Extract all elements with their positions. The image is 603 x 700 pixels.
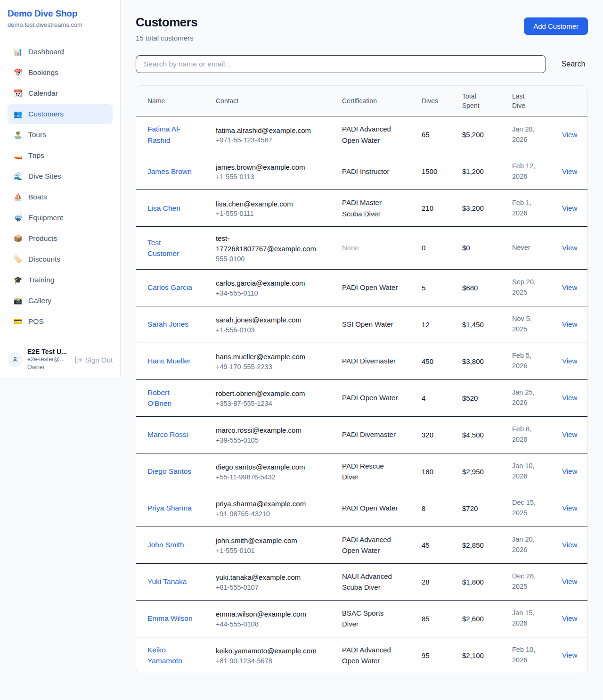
customer-name-link[interactable]: Robert O'Brien	[147, 387, 193, 409]
view-customer-link[interactable]: View	[562, 283, 577, 291]
nav-item-label: Discounts	[28, 255, 60, 264]
customer-name-link[interactable]: Fatima Al-Rashid	[147, 124, 193, 146]
table-row: Yuki Tanaka yuki.tanaka@example.com +81-…	[136, 563, 587, 600]
last-dive-date: Dec 15, 2025	[512, 498, 541, 519]
nav-icon: 🎓	[13, 276, 23, 284]
page-title: Customers	[136, 15, 197, 30]
customer-name-link[interactable]: Test Customer	[147, 237, 193, 259]
sidebar-nav-item[interactable]: 👥 Customers	[8, 104, 113, 124]
total-customers-count: 15 total customers	[136, 34, 197, 42]
brand-title[interactable]: Demo Dive Shop	[8, 8, 113, 19]
table-row: Carlos Garcia carlos.garcia@example.com …	[136, 269, 587, 306]
contact-cell: carlos.garcia@example.com +34-555-0110	[216, 278, 342, 297]
dives-count: 0	[422, 244, 462, 252]
column-header-total-spent: Total Spent	[462, 91, 487, 111]
sign-out-icon	[74, 356, 82, 364]
view-customer-link[interactable]: View	[562, 357, 577, 365]
dives-count: 5	[422, 284, 462, 292]
last-dive-date: Feb 10, 2026	[512, 645, 541, 666]
sidebar-nav-item[interactable]: 📸 Gallery	[8, 291, 113, 311]
total-spent-value: $3,800	[462, 357, 512, 365]
contact-cell: john.smith@example.com +1-555-0101	[216, 535, 342, 554]
customer-name-link[interactable]: Emma Wilson	[147, 613, 193, 624]
sidebar-nav-item[interactable]: 🏝️ Tours	[8, 125, 113, 145]
customer-name-link[interactable]: Yuki Tanaka	[147, 576, 187, 587]
view-customer-link[interactable]: View	[562, 430, 577, 438]
certification-value: PADI Divemaster	[342, 429, 396, 440]
customer-name-link[interactable]: Marco Rossi	[147, 429, 188, 440]
search-button[interactable]: Search	[559, 60, 588, 68]
nav-item-label: Equipment	[28, 214, 63, 222]
sidebar-nav-item[interactable]: 📊 Dashboard	[8, 42, 113, 62]
sidebar-nav-item[interactable]: 🌊 Dive Sites	[8, 166, 113, 186]
customer-name-link[interactable]: Sarah Jones	[147, 319, 188, 329]
sidebar-nav-item[interactable]: 💳 POS	[8, 312, 113, 331]
add-customer-button[interactable]: Add Customer	[524, 17, 588, 35]
view-customer-link[interactable]: View	[562, 614, 577, 622]
customer-name-link[interactable]: Priya Sharma	[147, 502, 192, 513]
total-spent-value: $2,950	[462, 468, 512, 476]
sidebar-nav-item[interactable]: 📦 Products	[8, 229, 113, 248]
view-customer-link[interactable]: View	[562, 541, 577, 549]
sign-out-label: Sign Out	[85, 356, 113, 364]
customer-phone: +971-55-123-4567	[216, 136, 342, 144]
sidebar-nav-item[interactable]: 🎓 Training	[8, 270, 113, 290]
view-customer-link[interactable]: View	[562, 651, 577, 659]
sidebar-nav-item[interactable]: 🏷️ Discounts	[8, 249, 113, 269]
dives-count: 12	[422, 321, 462, 329]
dives-count: 65	[422, 131, 462, 139]
contact-cell: emma.wilson@example.com +44-555-0108	[216, 609, 342, 628]
nav-icon: 👥	[13, 110, 23, 118]
sidebar-nav-item[interactable]: 📆 Calendar	[8, 83, 113, 103]
user-meta: E2E Test U... e2e-tester@... Owner	[27, 348, 70, 371]
total-spent-value: $0	[462, 244, 512, 252]
nav-item-label: Customers	[28, 110, 64, 118]
total-spent-value: $4,500	[462, 431, 512, 439]
view-customer-link[interactable]: View	[562, 467, 577, 475]
view-customer-link[interactable]: View	[562, 167, 577, 175]
last-dive-date: Never	[512, 243, 530, 253]
view-customer-link[interactable]: View	[562, 131, 577, 139]
sidebar-nav-item[interactable]: 📅 Bookings	[8, 63, 113, 82]
table-row: Robert O'Brien robert.obrien@example.com…	[136, 379, 587, 416]
sidebar-nav-item[interactable]: ⛵ Boats	[8, 187, 113, 207]
customer-name-link[interactable]: John Smith	[147, 539, 184, 550]
sidebar-nav-item[interactable]: 🚤 Trips	[8, 146, 113, 165]
last-dive-date: Jan 20, 2026	[512, 535, 541, 555]
view-customer-link[interactable]: View	[562, 204, 577, 212]
customer-name-link[interactable]: Hans Mueller	[147, 355, 190, 366]
customer-name-link[interactable]: Lisa Chen	[147, 203, 180, 214]
sidebar-nav-item[interactable]: 🤿 Equipment	[8, 208, 113, 228]
view-customer-link[interactable]: View	[562, 320, 577, 328]
view-customer-link[interactable]: View	[562, 244, 577, 252]
nav-item-label: Tours	[28, 131, 46, 139]
sidebar: Demo Dive Shop demo.test.divestreams.com…	[0, 0, 121, 377]
table-row: Test Customer test-1772681807767@example…	[136, 226, 587, 269]
contact-cell: lisa.chen@example.com +1-555-0111	[216, 199, 342, 218]
total-spent-value: $680	[462, 284, 512, 292]
total-spent-value: $1,200	[462, 167, 512, 175]
customer-name-link[interactable]: Carlos Garcia	[147, 282, 192, 293]
dives-count: 4	[422, 394, 462, 402]
total-spent-value: $5,200	[462, 131, 512, 139]
customer-name-link[interactable]: Keiko Yamamoto	[147, 644, 193, 667]
view-customer-link[interactable]: View	[562, 577, 577, 585]
customer-phone: +91-98765-43210	[216, 510, 342, 518]
contact-cell: diego.santos@example.com +55-11-99876-54…	[216, 462, 342, 481]
search-input[interactable]	[136, 55, 546, 73]
customer-phone: +81-90-1234-5678	[216, 657, 342, 665]
customer-name-link[interactable]: Diego Santos	[147, 466, 191, 477]
view-customer-link[interactable]: View	[562, 394, 577, 402]
column-header-contact: Contact	[216, 96, 342, 106]
total-spent-value: $1,450	[462, 321, 512, 329]
customer-phone: +1-555-0101	[216, 547, 342, 554]
view-customer-link[interactable]: View	[562, 504, 577, 512]
total-spent-value: $2,600	[462, 615, 512, 623]
customer-name-link[interactable]: James Brown	[147, 166, 192, 177]
contact-cell: james.brown@example.com +1-555-0113	[216, 162, 342, 181]
dives-count: 8	[422, 504, 462, 512]
customer-phone: +44-555-0108	[216, 620, 342, 628]
table-row: James Brown james.brown@example.com +1-5…	[136, 153, 587, 189]
nav-icon: 💳	[13, 317, 23, 326]
sign-out-button[interactable]: Sign Out	[74, 356, 113, 364]
